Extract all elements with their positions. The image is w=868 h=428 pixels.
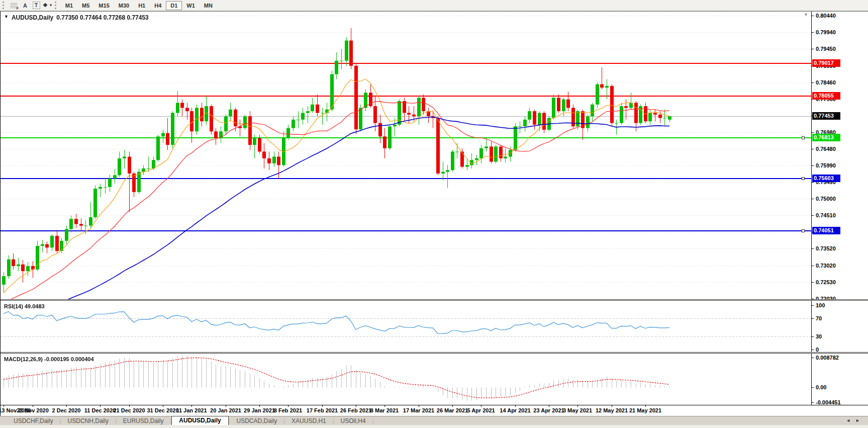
text-a-icon: A	[23, 3, 27, 9]
price-tick-mark	[812, 16, 814, 16]
price-tick-label: 0.78460	[816, 79, 836, 86]
price-tick-mark	[812, 248, 814, 249]
macd-indicator-canvas[interactable]	[1, 354, 811, 405]
rsi-tick-mark	[812, 336, 814, 337]
chart-tab-eurusd[interactable]: EURUSD,Daily	[117, 417, 170, 425]
price-tick-mark	[812, 49, 814, 49]
timeframe-button-m15[interactable]: M15	[94, 1, 114, 10]
chart-tab-xauusd[interactable]: XAUUSD,H1	[285, 417, 333, 425]
price-tick-mark	[812, 165, 814, 166]
text-box-icon: T	[33, 2, 40, 9]
price-axis[interactable]: 0.804400.799400.794500.789500.784600.779…	[812, 12, 868, 405]
collapse-triangle-icon[interactable]: ▼	[4, 14, 9, 21]
bottom-scrollbar[interactable]	[0, 425, 868, 428]
chart-tab-usdcad[interactable]: USDCAD,Daily	[230, 417, 284, 425]
timeframe-button-d1[interactable]: D1	[166, 1, 182, 10]
chevron-down-icon[interactable]: ▼	[49, 3, 53, 8]
main-chart-canvas[interactable]	[1, 12, 811, 299]
timeframe-button-m5[interactable]: M5	[77, 1, 94, 10]
time-tick-mark	[481, 405, 481, 407]
macd-tick-mark	[812, 358, 814, 358]
tab-separator: |	[372, 418, 374, 424]
timeframe-button-w1[interactable]: W1	[182, 1, 200, 10]
timeframe-button-mn[interactable]: MN	[200, 1, 217, 10]
price-tick-label: 0.79940	[816, 29, 836, 36]
chart-window: ▼ AUDUSD,Daily 0.77350 0.77464 0.77268 0…	[0, 11, 868, 416]
chart-tab-audusd[interactable]: AUDUSD,Daily	[171, 416, 228, 425]
rsi-indicator-canvas[interactable]	[1, 301, 811, 352]
chart-title: ▼ AUDUSD,Daily 0.77350 0.77464 0.77268 0…	[4, 14, 149, 21]
toolbar-drag-handle[interactable]	[3, 2, 6, 9]
chart-shift-marker-icon[interactable]: ▼	[804, 12, 808, 17]
time-tick-mark	[66, 405, 67, 407]
rsi-tick-label: 30	[816, 333, 822, 340]
time-tick-mark	[163, 405, 163, 407]
price-tick-label: 0.72030	[816, 295, 836, 302]
time-tick-mark	[356, 405, 356, 407]
price-tick-label: 0.75000	[816, 195, 836, 202]
time-tick-mark	[452, 405, 453, 407]
time-tick-mark	[100, 405, 101, 407]
timeframe-button-h4[interactable]: H4	[150, 1, 166, 10]
chart-symbol-period: AUDUSD,Daily	[12, 14, 53, 21]
macd-tick-mark	[812, 387, 814, 388]
price-axis-border	[811, 12, 812, 405]
time-tick-mark	[419, 405, 419, 407]
rsi-tick-mark	[812, 305, 814, 306]
arrow-styles-tool-button[interactable]: ❖▼	[42, 1, 53, 10]
time-tick-mark	[549, 405, 549, 407]
arrows-icon: ❖	[43, 2, 48, 9]
top-toolbar: F A T ❖▼ M1M5M15M30H1H4D1W1MN	[0, 0, 868, 11]
price-tick-label: 0.75990	[816, 162, 836, 169]
price-level-badge: 0.78055	[812, 92, 840, 100]
time-tick-mark	[322, 405, 323, 407]
time-tick-mark	[4, 405, 4, 407]
price-tick-mark	[812, 282, 814, 283]
time-tick-mark	[645, 405, 646, 407]
panel-splitter[interactable]	[1, 352, 868, 354]
timeframe-button-m30[interactable]: M30	[114, 1, 134, 10]
rsi-tick-mark	[812, 318, 814, 319]
price-tick-mark	[812, 82, 814, 83]
tab-scroll-left-icon[interactable]: ◄	[846, 418, 855, 423]
time-tick-mark	[191, 405, 192, 407]
f-lines-icon: F	[11, 2, 18, 9]
price-tick-mark	[812, 132, 814, 133]
rsi-tick-mark	[812, 350, 814, 350]
price-tick-label: 0.80440	[816, 12, 836, 19]
chart-tab-usdcnh[interactable]: USDCNH,Daily	[61, 417, 115, 425]
chart-tab-usdchf[interactable]: USDCHF,Daily	[7, 417, 60, 425]
price-level-badge: 0.75603	[812, 175, 840, 182]
chart-tab-usoil[interactable]: USOil,H4	[334, 417, 372, 425]
time-axis-border	[1, 405, 868, 405]
timeframe-button-h1[interactable]: H1	[134, 1, 150, 10]
text-box-tool-button[interactable]: T	[31, 1, 41, 10]
time-tick-mark	[288, 405, 288, 407]
tab-scroll-right-icon[interactable]: ►	[855, 418, 865, 423]
price-level-badge: 0.74051	[812, 227, 840, 234]
macd-tick-label: 0.00	[816, 384, 826, 391]
macd-tick-label: 0.008782	[816, 354, 839, 361]
time-tick-mark	[129, 405, 130, 407]
chart-ohlc-values: 0.77350 0.77464 0.77268 0.77453	[56, 14, 149, 21]
rsi-label: RSI(14) 49.0483	[4, 303, 45, 309]
f-lines-tool-button[interactable]: F	[9, 1, 19, 10]
text-label-tool-button[interactable]: A	[20, 1, 30, 10]
price-level-badge: 0.79017	[812, 59, 840, 67]
rsi-tick-label: 100	[816, 302, 825, 309]
price-tick-label: 0.72530	[816, 279, 836, 286]
panel-splitter[interactable]	[1, 299, 868, 301]
time-tick-mark	[226, 405, 226, 407]
timeframe-button-m1[interactable]: M1	[61, 1, 77, 10]
price-tick-label: 0.73520	[816, 245, 836, 252]
price-tick-mark	[812, 215, 814, 216]
time-tick-mark	[577, 405, 578, 407]
time-tick-label: 21 May 2021	[622, 407, 668, 413]
tab-scroll-arrows: ◄►	[846, 418, 865, 423]
price-tick-label: 0.74510	[816, 212, 836, 219]
rsi-tick-label: 70	[816, 315, 822, 322]
price-tick-mark	[812, 32, 814, 33]
toolbar-drag-handle[interactable]	[55, 2, 58, 9]
price-tick-label: 0.79450	[816, 45, 836, 52]
current-price-badge: 0.77453	[812, 112, 840, 120]
